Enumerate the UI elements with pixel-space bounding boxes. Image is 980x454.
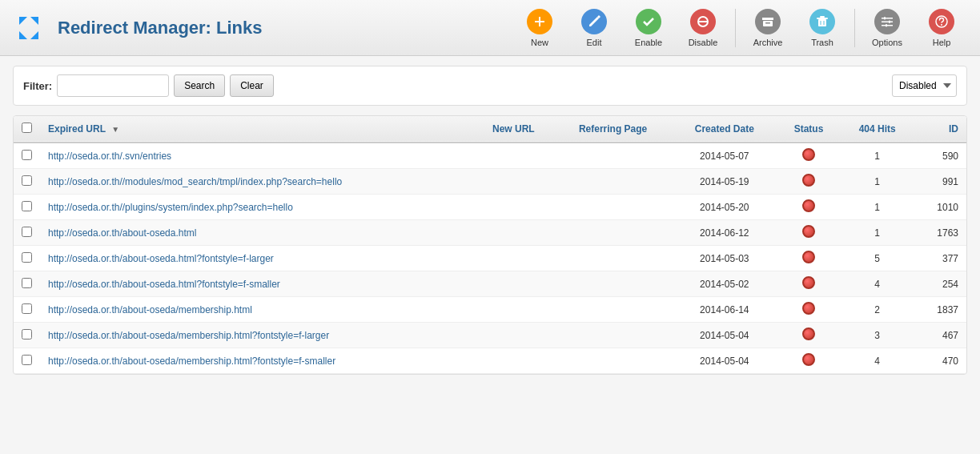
header: Redirect Manager: Links New Edit	[0, 0, 980, 56]
expired-url-link[interactable]: http://oseda.or.th//modules/mod_search/t…	[48, 176, 342, 187]
row-checkbox[interactable]	[22, 227, 32, 237]
row-status	[777, 246, 840, 271]
row-404-hits: 5	[841, 246, 914, 271]
svg-rect-11	[818, 19, 826, 26]
header-created-date: Created Date	[672, 116, 777, 143]
expired-url-link[interactable]: http://oseda.or.th/about-oseda/membershi…	[48, 304, 252, 315]
expired-url-link[interactable]: http://oseda.or.th/.svn/entries	[48, 151, 171, 162]
row-referring-page	[554, 143, 672, 169]
status-dot-icon[interactable]	[802, 353, 815, 366]
toolbar: New Edit Enable	[514, 6, 967, 50]
archive-button[interactable]: Archive	[742, 6, 793, 50]
expired-url-link[interactable]: http://oseda.or.th/about-oseda.html	[48, 227, 196, 239]
svg-rect-16	[882, 18, 893, 19]
options-icon	[874, 9, 900, 34]
expired-url-link[interactable]: http://oseda.or.th/about-oseda.html?font…	[48, 279, 280, 290]
status-dot-icon[interactable]	[802, 302, 815, 315]
logo-icon	[13, 10, 48, 46]
header-checkbox-col	[14, 116, 40, 143]
archive-icon	[755, 9, 781, 34]
header-id: ID	[914, 116, 966, 143]
row-expired-url: http://oseda.or.th/.svn/entries	[40, 143, 473, 169]
row-referring-page	[554, 220, 672, 246]
row-checkbox[interactable]	[22, 150, 32, 160]
row-created-date: 2014-05-19	[672, 169, 777, 195]
row-checkbox[interactable]	[22, 329, 32, 339]
toolbar-separator-2	[854, 9, 855, 47]
status-filter-select[interactable]: Disabled Enabled All	[892, 74, 957, 97]
row-referring-page	[554, 246, 672, 271]
row-checkbox[interactable]	[22, 278, 32, 288]
header-404-hits: 404 Hits	[841, 116, 914, 143]
filter-left: Filter: Search Clear	[23, 74, 274, 97]
table-row: http://oseda.or.th//modules/mod_search/t…	[14, 169, 966, 195]
svg-rect-5	[535, 21, 544, 22]
row-new-url	[473, 143, 554, 169]
status-dot-icon[interactable]	[802, 174, 815, 187]
row-created-date: 2014-06-14	[672, 297, 777, 323]
row-id: 254	[914, 271, 966, 297]
options-button[interactable]: Options	[862, 6, 913, 50]
row-checkbox-cell	[14, 195, 40, 220]
new-button[interactable]: New	[514, 6, 565, 50]
row-status	[777, 195, 840, 220]
status-dot-icon[interactable]	[802, 225, 815, 238]
disable-button[interactable]: Disable	[677, 6, 729, 50]
row-new-url	[473, 169, 554, 195]
row-checkbox[interactable]	[22, 175, 32, 186]
filter-input[interactable]	[57, 74, 169, 97]
expired-url-link[interactable]: http://oseda.or.th/about-oseda/membershi…	[48, 330, 329, 341]
row-404-hits: 4	[841, 271, 914, 297]
svg-marker-0	[19, 17, 27, 25]
svg-marker-3	[30, 31, 38, 39]
row-referring-page	[554, 297, 672, 323]
header-expired-url: Expired URL ▼	[40, 116, 473, 143]
table-row: http://oseda.or.th/.svn/entries 2014-05-…	[14, 143, 966, 169]
search-button[interactable]: Search	[174, 74, 225, 97]
svg-rect-8	[762, 18, 773, 20]
row-expired-url: http://oseda.or.th/about-oseda/membershi…	[40, 323, 473, 348]
svg-rect-13	[820, 16, 825, 18]
status-dot-icon[interactable]	[802, 199, 815, 212]
row-checkbox-cell	[14, 348, 40, 374]
sort-arrow-icon[interactable]: ▼	[111, 125, 119, 134]
select-all-checkbox[interactable]	[22, 123, 32, 133]
row-new-url	[473, 220, 554, 246]
row-new-url	[473, 195, 554, 220]
row-checkbox-cell	[14, 169, 40, 195]
edit-button[interactable]: Edit	[568, 6, 620, 50]
row-checkbox[interactable]	[22, 201, 32, 211]
row-referring-page	[554, 195, 672, 220]
header-left: Redirect Manager: Links	[13, 10, 263, 46]
row-checkbox-cell	[14, 297, 40, 323]
edit-icon	[581, 9, 607, 34]
row-created-date: 2014-05-20	[672, 195, 777, 220]
links-table-container: Expired URL ▼ New URL Referring Page Cre…	[13, 115, 967, 375]
trash-icon	[809, 9, 835, 34]
status-dot-icon[interactable]	[802, 276, 815, 289]
expired-url-link[interactable]: http://oseda.or.th//plugins/system/index…	[48, 202, 293, 213]
row-referring-page	[554, 169, 672, 195]
row-checkbox-cell	[14, 323, 40, 348]
trash-button[interactable]: Trash	[797, 6, 848, 50]
disable-icon	[690, 9, 716, 34]
clear-button[interactable]: Clear	[230, 74, 274, 97]
row-checkbox[interactable]	[22, 303, 32, 314]
table-row: http://oseda.or.th/about-oseda/membershi…	[14, 348, 966, 374]
row-checkbox[interactable]	[22, 252, 32, 263]
row-referring-page	[554, 271, 672, 297]
expired-url-link[interactable]: http://oseda.or.th/about-oseda.html?font…	[48, 253, 274, 264]
row-id: 1763	[914, 220, 966, 246]
row-checkbox-cell	[14, 271, 40, 297]
status-dot-icon[interactable]	[802, 327, 815, 340]
status-dot-icon[interactable]	[802, 251, 815, 263]
enable-button[interactable]: Enable	[623, 6, 674, 50]
svg-rect-12	[817, 18, 828, 19]
header-new-url: New URL	[473, 116, 554, 143]
expired-url-link[interactable]: http://oseda.or.th/about-oseda/membershi…	[48, 356, 335, 367]
status-dot-icon[interactable]	[802, 148, 815, 161]
row-checkbox[interactable]	[22, 355, 32, 365]
table-header: Expired URL ▼ New URL Referring Page Cre…	[14, 116, 966, 143]
help-button[interactable]: Help	[916, 6, 967, 50]
row-id: 590	[914, 143, 966, 169]
